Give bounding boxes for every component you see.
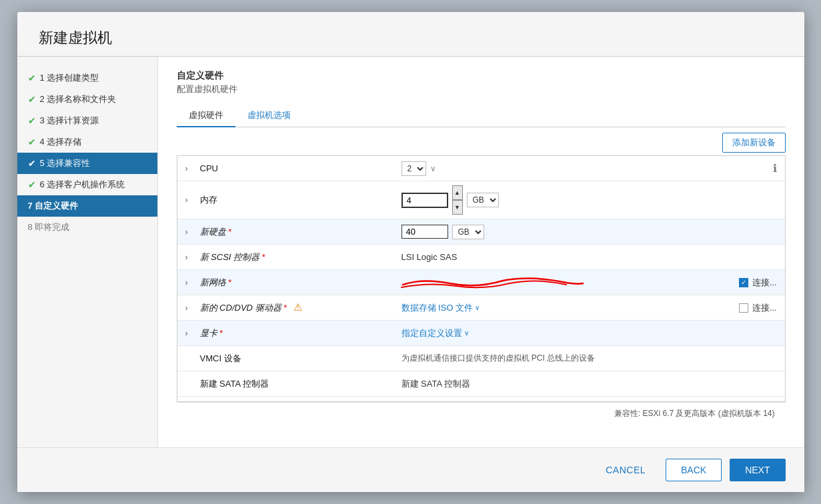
expand-network[interactable]: › [177,278,196,287]
display-dropdown[interactable]: 指定自定义设置 ∨ [401,327,469,339]
sidebar-item-step4[interactable]: ✔ 4 选择存储 [17,131,157,153]
other-label: 某他 [196,398,396,403]
expand-sata: › [177,379,196,389]
table-row: › 内存 ▲ ▼ GB MB [177,181,785,219]
cpu-select[interactable]: 2 4 8 [401,161,426,176]
sidebar-item-step7[interactable]: 7 自定义硬件 [17,195,157,217]
section-title: 自定义硬件 [177,70,786,82]
section-subtitle: 配置虚拟机硬件 [177,83,786,95]
expand-display[interactable]: › [177,329,196,338]
sidebar-item-step1[interactable]: ✔ 1 选择创建类型 [17,67,157,89]
add-device-bar: 添加新设备 [177,127,786,155]
vmci-description: 为虚拟机通信接口提供支持的虚拟机 PCI 总线上的设备 [401,353,596,364]
table-row: › CPU 2 4 8 ∨ ℹ [177,156,785,181]
display-dropdown-arrow: ∨ [464,329,469,337]
vmci-label: VMCI 设备 [196,347,396,370]
sidebar-item-label-step8: 8 即将完成 [28,221,70,233]
tab-bar: 虚拟硬件 虚拟机选项 [177,105,786,127]
compat-bar: 兼容性: ESXi 6.7 及更高版本 (虚拟机版本 14) [177,402,786,423]
sidebar-item-label-step1: 1 选择创建类型 [40,72,99,84]
expand-disk[interactable]: › [177,227,196,237]
check-icon-step4: ✔ [28,137,36,147]
sidebar-item-step5[interactable]: ✔ 5 选择兼容性 [17,153,157,174]
dialog-footer: CANCEL BACK NEXT [17,447,804,492]
memory-label: 内存 [196,189,396,211]
network-connect-checkbox[interactable]: ✓ [739,278,748,287]
expand-cpu[interactable]: › [177,164,196,173]
cddvd-value: 数据存储 ISO 文件 ∨ [396,298,705,318]
sidebar-item-label-step6: 6 选择客户机操作系统 [40,179,125,191]
check-icon-step1: ✔ [28,73,36,83]
sidebar: ✔ 1 选择创建类型 ✔ 2 选择名称和文件夹 ✔ 3 选择计算资源 ✔ 4 选… [17,57,157,447]
table-row: › VMCI 设备 为虚拟机通信接口提供支持的虚拟机 PCI 总线上的设备 [177,346,785,371]
network-connect: ✓ 连接... [705,277,785,289]
check-icon-step3: ✔ [28,115,36,126]
memory-input[interactable] [401,193,448,208]
cpu-label: CPU [196,158,396,179]
new-vm-dialog: 新建虚拟机 ✔ 1 选择创建类型 ✔ 2 选择名称和文件夹 ✔ 3 选择计算资源… [17,12,804,492]
disk-value: GB MB TB [396,221,705,243]
cddvd-connect-checkbox[interactable] [739,303,748,313]
scsi-value: LSI Logic SAS [396,248,705,266]
back-button[interactable]: BACK [666,459,722,481]
disk-unit-select[interactable]: GB MB TB [452,225,484,239]
tab-virtual-hardware[interactable]: 虚拟硬件 [177,105,235,127]
memory-spin-down[interactable]: ▼ [452,200,463,215]
sata-label: 新建 SATA 控制器 [196,373,396,395]
table-row: › 某他 某他硬件 [177,397,785,402]
vmci-value: 为虚拟机通信接口提供支持的虚拟机 PCI 总线上的设备 [396,349,705,368]
info-icon-cpu[interactable]: ℹ [773,162,777,175]
display-value: 指定自定义设置 ∨ [396,323,705,343]
cpu-info: ℹ [705,162,785,175]
table-row: › 显卡 * 指定自定义设置 ∨ [177,321,785,346]
cddvd-connect: 连接... [705,302,785,314]
scsi-label: 新 SCSI 控制器 * [196,246,396,269]
network-label: 新网络 * [196,271,396,294]
network-connect-label: 连接... [752,277,777,289]
expand-memory[interactable]: › [177,195,196,205]
memory-value: ▲ ▼ GB MB [396,181,705,219]
add-device-button[interactable]: 添加新设备 [722,133,786,153]
network-value [396,279,705,287]
cancel-button[interactable]: CANCEL [594,459,658,481]
sidebar-item-label-step4: 4 选择存储 [40,136,82,148]
disk-size-input[interactable] [401,225,448,239]
warn-icon-cddvd: ⚠ [293,301,302,313]
sidebar-item-label-step3: 3 选择计算资源 [40,115,99,127]
sidebar-item-label-step5: 5 选择兼容性 [40,157,91,169]
table-row: › 新的 CD/DVD 驱动器 * ⚠ 数据存储 ISO 文件 ∨ 连接... [177,295,785,321]
sidebar-item-label-step2: 2 选择名称和文件夹 [40,93,117,105]
sidebar-item-step3[interactable]: ✔ 3 选择计算资源 [17,110,157,131]
expand-cddvd[interactable]: › [177,303,196,313]
cddvd-label: 新的 CD/DVD 驱动器 * ⚠ [196,296,396,319]
sidebar-item-step2[interactable]: ✔ 2 选择名称和文件夹 [17,89,157,110]
check-icon-step5: ✔ [28,158,36,169]
compat-text: 兼容性: ESXi 6.7 及更高版本 (虚拟机版本 14) [614,409,775,418]
check-icon-step6: ✔ [28,179,36,190]
disk-label: 新硬盘 * [196,221,396,243]
next-button[interactable]: NEXT [730,459,785,481]
sata-value: 新建 SATA 控制器 [396,374,705,394]
cpu-value: 2 4 8 ∨ [396,157,705,180]
memory-unit-select[interactable]: GB MB [467,193,499,207]
scribble-annotation [396,273,576,293]
table-row: › 新网络 * ✓ 连接... [177,270,785,295]
sidebar-item-step8[interactable]: 8 即将完成 [17,217,157,238]
sidebar-item-label-step7: 7 自定义硬件 [28,200,79,212]
sidebar-item-step6[interactable]: ✔ 6 选择客户机操作系统 [17,174,157,195]
memory-spin-up[interactable]: ▲ [452,185,463,200]
expand-scsi[interactable]: › [177,253,196,262]
main-content: 自定义硬件 配置虚拟机硬件 虚拟硬件 虚拟机选项 添加新设备 › CPU [157,57,804,447]
other-value: 某他硬件 [396,399,705,403]
hardware-table: › CPU 2 4 8 ∨ ℹ [177,155,786,402]
table-row: › 新 SCSI 控制器 * LSI Logic SAS [177,245,785,270]
cddvd-type-dropdown[interactable]: 数据存储 ISO 文件 ∨ [401,302,480,314]
check-icon-step2: ✔ [28,94,36,105]
dialog-title: 新建虚拟机 [17,12,804,57]
expand-vmci: › [177,354,196,363]
dropdown-arrow: ∨ [475,304,480,311]
tab-vm-options[interactable]: 虚拟机选项 [235,105,303,127]
table-row: › 新硬盘 * GB MB TB [177,219,785,245]
display-label: 显卡 * [196,322,396,345]
cddvd-connect-label: 连接... [752,302,777,314]
